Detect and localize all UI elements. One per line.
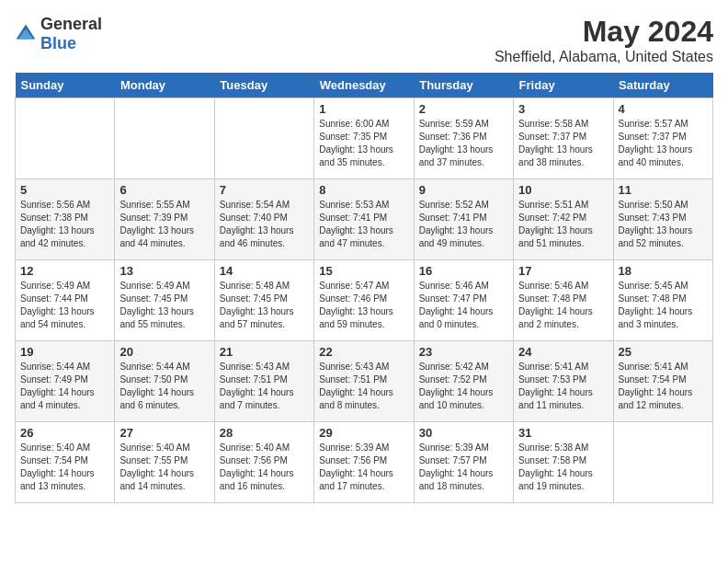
day-number: 2 <box>419 102 508 116</box>
main-title: May 2024 <box>495 15 713 49</box>
cell-info: Sunrise: 5:46 AM Sunset: 7:48 PM Dayligh… <box>518 280 608 331</box>
week-row-2: 12Sunrise: 5:49 AM Sunset: 7:44 PM Dayli… <box>16 260 713 341</box>
calendar-cell: 1Sunrise: 6:00 AM Sunset: 7:35 PM Daylig… <box>314 98 414 179</box>
day-number: 28 <box>220 426 309 440</box>
cell-info: Sunrise: 5:43 AM Sunset: 7:51 PM Dayligh… <box>220 361 309 412</box>
day-number: 6 <box>119 183 209 197</box>
cell-info: Sunrise: 5:48 AM Sunset: 7:45 PM Dayligh… <box>220 280 309 331</box>
cell-info: Sunrise: 5:41 AM Sunset: 7:53 PM Dayligh… <box>518 361 608 412</box>
cell-info: Sunrise: 5:56 AM Sunset: 7:38 PM Dayligh… <box>20 199 109 250</box>
day-number: 27 <box>119 426 209 440</box>
cell-info: Sunrise: 5:40 AM Sunset: 7:54 PM Dayligh… <box>20 442 109 493</box>
calendar-cell: 23Sunrise: 5:42 AM Sunset: 7:52 PM Dayli… <box>414 341 513 422</box>
calendar-cell: 30Sunrise: 5:39 AM Sunset: 7:57 PM Dayli… <box>414 422 513 503</box>
cell-info: Sunrise: 5:38 AM Sunset: 7:58 PM Dayligh… <box>518 442 608 493</box>
cell-info: Sunrise: 5:52 AM Sunset: 7:41 PM Dayligh… <box>419 199 508 250</box>
calendar-cell: 15Sunrise: 5:47 AM Sunset: 7:46 PM Dayli… <box>314 260 414 341</box>
calendar-cell <box>115 98 214 179</box>
cell-info: Sunrise: 5:39 AM Sunset: 7:57 PM Dayligh… <box>419 442 508 493</box>
day-number: 24 <box>518 345 608 359</box>
week-row-4: 26Sunrise: 5:40 AM Sunset: 7:54 PM Dayli… <box>16 422 713 503</box>
calendar-cell: 10Sunrise: 5:51 AM Sunset: 7:42 PM Dayli… <box>514 179 613 260</box>
cell-info: Sunrise: 5:47 AM Sunset: 7:46 PM Dayligh… <box>319 280 408 331</box>
cell-info: Sunrise: 6:00 AM Sunset: 7:35 PM Dayligh… <box>319 118 408 169</box>
calendar-cell: 25Sunrise: 5:41 AM Sunset: 7:54 PM Dayli… <box>613 341 712 422</box>
cell-info: Sunrise: 5:59 AM Sunset: 7:36 PM Dayligh… <box>419 118 508 169</box>
header-thursday: Thursday <box>414 73 513 98</box>
day-number: 13 <box>119 264 209 278</box>
calendar-cell: 9Sunrise: 5:52 AM Sunset: 7:41 PM Daylig… <box>414 179 513 260</box>
calendar-cell <box>613 422 712 503</box>
cell-info: Sunrise: 5:42 AM Sunset: 7:52 PM Dayligh… <box>419 361 508 412</box>
day-number: 3 <box>518 102 608 116</box>
week-row-1: 5Sunrise: 5:56 AM Sunset: 7:38 PM Daylig… <box>16 179 713 260</box>
cell-info: Sunrise: 5:43 AM Sunset: 7:51 PM Dayligh… <box>319 361 408 412</box>
day-number: 31 <box>518 426 608 440</box>
day-number: 11 <box>619 183 708 197</box>
day-number: 15 <box>319 264 408 278</box>
calendar-cell: 20Sunrise: 5:44 AM Sunset: 7:50 PM Dayli… <box>115 341 214 422</box>
day-number: 17 <box>518 264 608 278</box>
calendar-cell: 3Sunrise: 5:58 AM Sunset: 7:37 PM Daylig… <box>514 98 613 179</box>
day-number: 23 <box>419 345 508 359</box>
header-sunday: Sunday <box>16 73 115 98</box>
calendar-cell: 12Sunrise: 5:49 AM Sunset: 7:44 PM Dayli… <box>16 260 115 341</box>
calendar-cell: 18Sunrise: 5:45 AM Sunset: 7:48 PM Dayli… <box>613 260 712 341</box>
day-number: 19 <box>20 345 109 359</box>
calendar-cell: 13Sunrise: 5:49 AM Sunset: 7:45 PM Dayli… <box>115 260 214 341</box>
header-friday: Friday <box>514 73 613 98</box>
header: General Blue May 2024 Sheffield, Alabama… <box>15 15 713 65</box>
calendar-cell: 19Sunrise: 5:44 AM Sunset: 7:49 PM Dayli… <box>16 341 115 422</box>
logo-general: General <box>40 15 102 33</box>
day-number: 9 <box>419 183 508 197</box>
calendar-cell <box>214 98 313 179</box>
cell-info: Sunrise: 5:49 AM Sunset: 7:45 PM Dayligh… <box>119 280 209 331</box>
calendar-cell: 22Sunrise: 5:43 AM Sunset: 7:51 PM Dayli… <box>314 341 414 422</box>
calendar-cell: 4Sunrise: 5:57 AM Sunset: 7:37 PM Daylig… <box>613 98 712 179</box>
cell-info: Sunrise: 5:40 AM Sunset: 7:55 PM Dayligh… <box>119 442 209 493</box>
cell-info: Sunrise: 5:53 AM Sunset: 7:41 PM Dayligh… <box>319 199 408 250</box>
calendar-cell: 17Sunrise: 5:46 AM Sunset: 7:48 PM Dayli… <box>514 260 613 341</box>
cell-info: Sunrise: 5:41 AM Sunset: 7:54 PM Dayligh… <box>619 361 708 412</box>
calendar-cell: 6Sunrise: 5:55 AM Sunset: 7:39 PM Daylig… <box>115 179 214 260</box>
header-tuesday: Tuesday <box>214 73 313 98</box>
header-monday: Monday <box>115 73 214 98</box>
calendar-table: SundayMondayTuesdayWednesdayThursdayFrid… <box>15 73 713 503</box>
cell-info: Sunrise: 5:55 AM Sunset: 7:39 PM Dayligh… <box>119 199 209 250</box>
subtitle: Sheffield, Alabama, United States <box>495 49 713 65</box>
calendar-cell: 11Sunrise: 5:50 AM Sunset: 7:43 PM Dayli… <box>613 179 712 260</box>
calendar-cell: 2Sunrise: 5:59 AM Sunset: 7:36 PM Daylig… <box>414 98 513 179</box>
cell-info: Sunrise: 5:44 AM Sunset: 7:49 PM Dayligh… <box>20 361 109 412</box>
calendar-cell: 29Sunrise: 5:39 AM Sunset: 7:56 PM Dayli… <box>314 422 414 503</box>
day-number: 14 <box>220 264 309 278</box>
cell-info: Sunrise: 5:54 AM Sunset: 7:40 PM Dayligh… <box>220 199 309 250</box>
day-number: 4 <box>619 102 708 116</box>
calendar-cell: 8Sunrise: 5:53 AM Sunset: 7:41 PM Daylig… <box>314 179 414 260</box>
week-row-3: 19Sunrise: 5:44 AM Sunset: 7:49 PM Dayli… <box>16 341 713 422</box>
day-number: 30 <box>419 426 508 440</box>
day-number: 22 <box>319 345 408 359</box>
day-number: 12 <box>20 264 109 278</box>
cell-info: Sunrise: 5:45 AM Sunset: 7:48 PM Dayligh… <box>619 280 708 331</box>
cell-info: Sunrise: 5:40 AM Sunset: 7:56 PM Dayligh… <box>220 442 309 493</box>
cell-info: Sunrise: 5:50 AM Sunset: 7:43 PM Dayligh… <box>619 199 708 250</box>
day-number: 16 <box>419 264 508 278</box>
cell-info: Sunrise: 5:57 AM Sunset: 7:37 PM Dayligh… <box>619 118 708 169</box>
day-number: 5 <box>20 183 109 197</box>
calendar-cell: 14Sunrise: 5:48 AM Sunset: 7:45 PM Dayli… <box>214 260 313 341</box>
calendar-cell: 26Sunrise: 5:40 AM Sunset: 7:54 PM Dayli… <box>16 422 115 503</box>
day-number: 29 <box>319 426 408 440</box>
calendar-cell: 31Sunrise: 5:38 AM Sunset: 7:58 PM Dayli… <box>514 422 613 503</box>
logo: General Blue <box>15 15 102 53</box>
cell-info: Sunrise: 5:58 AM Sunset: 7:37 PM Dayligh… <box>518 118 608 169</box>
day-number: 1 <box>319 102 408 116</box>
calendar-cell: 27Sunrise: 5:40 AM Sunset: 7:55 PM Dayli… <box>115 422 214 503</box>
header-wednesday: Wednesday <box>314 73 414 98</box>
cell-info: Sunrise: 5:44 AM Sunset: 7:50 PM Dayligh… <box>119 361 209 412</box>
logo-icon <box>15 23 37 45</box>
title-area: May 2024 Sheffield, Alabama, United Stat… <box>495 15 713 65</box>
week-row-0: 1Sunrise: 6:00 AM Sunset: 7:35 PM Daylig… <box>16 98 713 179</box>
calendar-cell <box>16 98 115 179</box>
day-number: 10 <box>518 183 608 197</box>
cell-info: Sunrise: 5:46 AM Sunset: 7:47 PM Dayligh… <box>419 280 508 331</box>
